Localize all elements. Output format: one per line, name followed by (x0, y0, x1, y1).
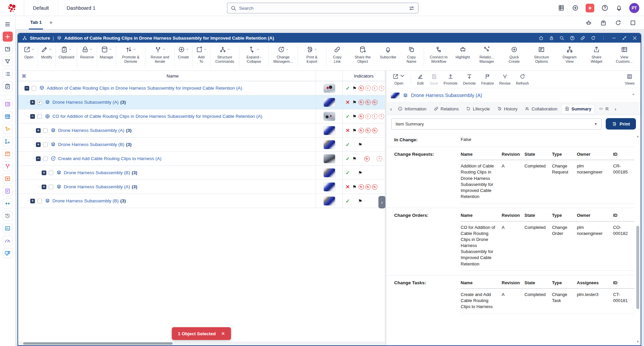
filter-sidebar-button[interactable] (3, 56, 13, 66)
tabs-scroll-right[interactable]: › (613, 106, 618, 112)
copy-name-button[interactable]: Copy Name (399, 43, 424, 70)
column-name[interactable]: Name (30, 73, 316, 79)
reports-sidebar-button[interactable] (3, 223, 13, 233)
add-button-sidebar-button[interactable] (3, 32, 13, 42)
tree-row[interactable]: +✓Drone Harness Subassembly (A)(3)✕⚑↻↻↻ (18, 95, 385, 109)
structure-options-button[interactable]: Structure Options (527, 43, 556, 70)
item-label[interactable]: Drone Harness Subassembly (A) (64, 184, 130, 189)
scroll-up-icon[interactable]: ▲ (636, 135, 639, 138)
collapse-node-button[interactable]: − (25, 86, 29, 91)
expand-node-button[interactable]: + (42, 185, 46, 189)
minimize-icon[interactable] (611, 36, 616, 41)
finalize-button[interactable]: Finalize (478, 71, 497, 88)
nav-dashboard-1[interactable]: Dashboard 1 (58, 0, 104, 16)
demote-button[interactable]: Demote (460, 71, 479, 88)
row-checkbox[interactable] (43, 128, 48, 133)
reserve-button[interactable]: Reserve (77, 43, 97, 70)
row-checkbox[interactable] (49, 170, 53, 175)
forms-sidebar-button[interactable] (3, 99, 13, 109)
print-export-button[interactable]: Print & Export (298, 43, 326, 70)
tree-row[interactable]: +Drone Harness Subassembly (A)(3)✕⚑↻↻↻ (18, 123, 385, 138)
item-label[interactable]: CO for Addition of Cable Routing Clips i… (52, 114, 262, 119)
promote-demote-button[interactable]: Promote & Demote (116, 43, 145, 70)
create-button[interactable]: Create (175, 43, 192, 70)
nav-default[interactable]: Default (24, 0, 58, 16)
graph-sidebar-button[interactable] (3, 136, 13, 146)
grid-sidebar-button[interactable] (3, 111, 13, 121)
toast-close-icon[interactable]: ✕ (221, 331, 225, 336)
manage-button[interactable]: Manage (97, 43, 116, 70)
dashboard-sidebar-button[interactable] (3, 236, 13, 246)
item-label[interactable]: Create and Add Cable Routing Clips to Ha… (58, 156, 162, 161)
kanban-sidebar-button[interactable] (3, 149, 13, 159)
row-checkbox[interactable] (37, 114, 42, 119)
tab-r[interactable]: R (596, 104, 611, 113)
document-sidebar-button[interactable] (3, 186, 13, 196)
expand-node-button[interactable]: + (36, 142, 41, 147)
tab-relations[interactable]: Relations (431, 104, 462, 113)
search-settings-icon[interactable] (409, 5, 415, 11)
tab-1[interactable]: Tab 1 (29, 16, 43, 30)
select-all-checkbox[interactable] (18, 74, 30, 78)
structure-commands-button[interactable]: Structure Commands (210, 43, 239, 70)
share-the-object-button[interactable]: Share the Object (348, 43, 377, 70)
summary-view-select[interactable]: Item Summary ▼ (391, 118, 602, 130)
row-checkbox[interactable] (43, 156, 48, 161)
column-indicators[interactable]: Indicators (342, 71, 385, 81)
item-label[interactable]: Drone Harness Subassembly (B) (64, 170, 130, 175)
tree-row[interactable]: +Drone Harness Subassembly (B)(3)✓⚑ (18, 166, 385, 180)
tab-summary[interactable]: Summary (562, 104, 594, 113)
search-input[interactable] (239, 6, 406, 11)
horizontal-scrollbar[interactable] (18, 342, 385, 345)
refresh-icon[interactable] (614, 19, 622, 27)
global-search[interactable] (227, 3, 418, 13)
highlight-button[interactable]: Highlight (453, 43, 472, 70)
row-checkbox[interactable] (37, 199, 42, 203)
lock-icon[interactable] (549, 36, 554, 41)
window-search-icon[interactable] (559, 36, 564, 41)
expand-node-button[interactable]: + (36, 128, 41, 133)
promote-button[interactable]: Promote (441, 71, 460, 88)
vertical-scrollbar-thumb[interactable] (636, 226, 639, 309)
open-button[interactable]: Open (20, 43, 38, 70)
collapse-node-button[interactable]: − (30, 114, 35, 119)
window-icon[interactable] (629, 19, 637, 27)
quick-create-button[interactable]: Quick Create (501, 43, 527, 70)
scroll-down-icon[interactable]: ▼ (636, 340, 639, 343)
revise-and-iterate-button[interactable]: Revise and Iterate (145, 43, 174, 70)
expand-node-button[interactable]: + (30, 199, 35, 203)
home-icon[interactable] (538, 36, 544, 41)
help-icon[interactable] (601, 4, 608, 12)
edit-button[interactable]: Edit (414, 71, 427, 88)
tab-history[interactable]: History (494, 104, 520, 113)
connect-to-workflow-button[interactable]: Connect to Workflow (424, 43, 453, 70)
notifications-icon[interactable] (615, 4, 623, 12)
row-checkbox[interactable]: ✓ (37, 100, 42, 105)
branch-sidebar-button[interactable] (3, 161, 13, 171)
item-label[interactable]: Drone Harness Subassembly (A) (58, 128, 124, 133)
horizontal-scrollbar-thumb[interactable] (23, 342, 173, 345)
window-sidebar-button[interactable] (3, 44, 13, 54)
clipboard-sidebar-button[interactable] (3, 81, 13, 91)
assistant-icon[interactable] (585, 19, 592, 27)
expand-node-button[interactable]: + (42, 170, 46, 175)
export-grid-icon[interactable] (557, 4, 565, 12)
tree-row[interactable]: −CO for Addition of Cable Routing Clips … (18, 109, 385, 123)
collection-icon[interactable] (600, 19, 607, 27)
avatar[interactable]: PT (629, 3, 639, 13)
collapse-node-button[interactable]: − (36, 156, 41, 161)
visual-review-sidebar-button[interactable] (3, 174, 13, 184)
item-label[interactable]: Drone Harness Subassembly (A) (52, 100, 119, 105)
item-label[interactable]: Addition of Cable Routing Clips in Drone… (47, 86, 242, 91)
hierarchy-sidebar-button[interactable] (3, 124, 13, 134)
share-widget-button[interactable]: Share Widget (583, 43, 610, 70)
merge-sidebar-button[interactable] (3, 198, 13, 208)
kebab-icon[interactable] (601, 36, 606, 41)
link-icon[interactable] (580, 36, 585, 41)
tabs-scroll-left[interactable]: ‹ (388, 106, 394, 112)
views-button[interactable]: Views (622, 71, 637, 88)
quick-add-button[interactable]: + (586, 4, 594, 12)
tab-lifecycle[interactable]: Lifecycle (463, 104, 493, 113)
change-managem-button[interactable]: Change Managem... (269, 43, 297, 70)
print-button[interactable]: Print (606, 118, 636, 130)
